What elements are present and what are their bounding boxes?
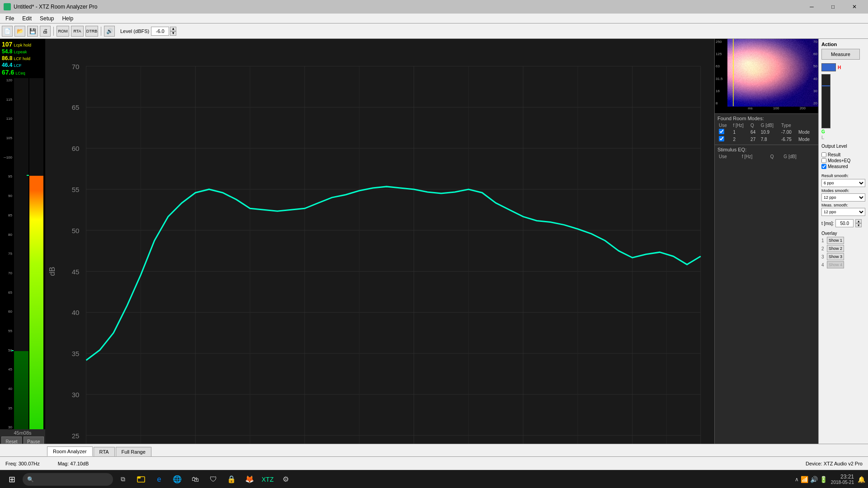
tab-room-analyzer[interactable]: Room Analyzer: [47, 446, 93, 456]
task-view-button[interactable]: ⧉: [115, 471, 131, 488]
level-input[interactable]: -6.0: [151, 27, 169, 36]
window-title: Untitled* - XTZ Room Analyzer Pro: [14, 4, 97, 10]
modes-title: Found Room Modes:: [717, 116, 816, 121]
vu-scale-75: 75: [2, 252, 12, 256]
vu-scale-45: 45: [2, 367, 12, 371]
time-display: 45m08s: [1, 430, 44, 436]
gain-slider-marker: [822, 85, 830, 86]
level-down-button[interactable]: ▼: [170, 31, 176, 36]
mode-2-use[interactable]: [717, 136, 731, 143]
spec-y-8: 8: [716, 101, 726, 105]
l-indicator: L: [821, 135, 865, 140]
new-button[interactable]: 📄: [2, 26, 13, 37]
overlay-show-1-button[interactable]: Show 1: [827, 237, 844, 244]
result-label: Result: [828, 152, 840, 157]
mode-1-g: -7.00: [780, 128, 797, 136]
svg-text:30: 30: [72, 391, 80, 399]
spec-r-20: 20: [807, 101, 817, 105]
overlay-show-2-button[interactable]: Show 2: [827, 245, 844, 252]
result-checkbox[interactable]: [821, 152, 826, 157]
open-button[interactable]: 📂: [14, 26, 25, 37]
task-explorer-icon[interactable]: [133, 471, 149, 488]
start-button[interactable]: ⊞: [3, 472, 21, 487]
volume-icon[interactable]: 🔊: [810, 476, 818, 483]
output-level-label: Output Level: [821, 144, 865, 149]
save-button[interactable]: 💾: [27, 26, 38, 37]
tms-label: t [ms]:: [821, 221, 834, 226]
overlay-show-3-button[interactable]: Show 3: [827, 253, 844, 260]
spec-marker: [733, 39, 734, 106]
overlay-show-4-button[interactable]: Show 4: [827, 261, 844, 268]
vu-scale-55: 55: [2, 329, 12, 333]
task-kaspersky-icon[interactable]: 🛡: [205, 471, 222, 488]
tab-full-range[interactable]: Full Range: [116, 447, 151, 456]
spec-r-50: 50: [807, 64, 817, 68]
tab-rta[interactable]: RTA: [94, 447, 115, 456]
spectrogram: 250 125 63 31.5 16 8 ms 100 200: [715, 39, 818, 113]
lcf-value: 46.4: [2, 62, 12, 68]
clock[interactable]: 23:21 2018-05-21: [831, 474, 854, 485]
close-button[interactable]: ✕: [844, 0, 864, 14]
task-ie-icon[interactable]: 🌐: [169, 471, 185, 488]
maximize-button[interactable]: □: [823, 0, 843, 14]
modes-smooth-select[interactable]: 12 ppo 6 ppo: [821, 193, 865, 202]
spec-y-axis: 250 125 63 31.5 16 8: [715, 39, 727, 106]
overlay-row-3: 3 Show 3: [821, 253, 865, 260]
tab-bar: Room Analyzer RTA Full Range: [0, 444, 868, 456]
task-xtz-icon[interactable]: XTZ: [259, 471, 276, 488]
modes-eq-checkbox[interactable]: [821, 158, 826, 163]
rh-indicator: H: [838, 65, 841, 70]
battery-icon[interactable]: 🔋: [820, 476, 827, 483]
measured-checkbox[interactable]: [821, 164, 826, 169]
task-store-icon[interactable]: 🛍: [187, 471, 203, 488]
title-bar: Untitled* - XTZ Room Analyzer Pro ─ □ ✕: [0, 0, 868, 14]
lcpk-hold-label: Lcpk hold: [14, 43, 31, 47]
task-extra-icon[interactable]: ⚙: [278, 471, 294, 488]
measure-button[interactable]: Measure: [821, 49, 860, 60]
task-edge-icon[interactable]: e: [151, 471, 167, 488]
mode-1-checkbox[interactable]: [719, 129, 724, 134]
network-icon[interactable]: 📶: [801, 476, 808, 483]
tms-row: t [ms]: 50.0 ▲ ▼: [821, 219, 865, 227]
vu-scale-90: 90: [2, 194, 12, 198]
smoothing-panel: Result smooth: 6 ppo 12 ppo Modes smooth…: [821, 174, 865, 217]
level-up-button[interactable]: ▲: [170, 27, 176, 31]
mode-2-checkbox[interactable]: [719, 136, 724, 141]
tms-input[interactable]: 50.0: [835, 219, 854, 227]
vu-scale: 120 115 110 105 ─100 95 90 85 80 75 70 6…: [2, 78, 13, 468]
menu-edit[interactable]: Edit: [19, 14, 35, 23]
task-antivirus-icon[interactable]: 🔒: [223, 471, 240, 488]
tms-up-button[interactable]: ▲: [855, 219, 862, 223]
result-smooth-select[interactable]: 6 ppo 12 ppo: [821, 179, 865, 187]
tms-down-button[interactable]: ▼: [855, 223, 862, 227]
menu-file[interactable]: File: [2, 14, 18, 23]
notification-icon[interactable]: 🔔: [858, 476, 865, 483]
rta-button[interactable]: RTA: [71, 26, 84, 37]
chevron-up-icon[interactable]: ∧: [795, 476, 799, 483]
mode-1-type: Mode: [797, 128, 816, 136]
stimulus-eq-title: Stimulus EQ:: [717, 147, 816, 152]
print-button[interactable]: 🖨: [40, 26, 51, 37]
meas-smooth-label: Meas. smooth:: [821, 203, 865, 207]
gain-slider-track: [821, 74, 830, 128]
task-firefox-icon[interactable]: 🦊: [241, 471, 258, 488]
dtrb-button[interactable]: DTRB: [85, 26, 98, 37]
minimize-button[interactable]: ─: [802, 0, 822, 14]
overlay-row-1: 1 Show 1: [821, 237, 865, 244]
vu-indicator-2: [27, 175, 29, 176]
spec-x-axis: ms 100 200: [727, 106, 806, 113]
meas-smooth-select[interactable]: 12 ppo 6 ppo: [821, 208, 865, 216]
modes-table: Use f [Hz] Q G [dB] Type 1 64: [717, 122, 816, 143]
menu-setup[interactable]: Setup: [36, 14, 57, 23]
lcf-hold-value: 86.8: [2, 55, 12, 61]
rom-button[interactable]: ROM: [57, 26, 69, 37]
menu-help[interactable]: Help: [58, 14, 77, 23]
lcf-label: LCF: [14, 63, 21, 68]
mode-1-use[interactable]: [717, 128, 731, 136]
mode-2-g: -6.75: [780, 136, 797, 143]
speaker-icon[interactable]: 🔊: [104, 26, 115, 37]
chart-area[interactable]: 70 65 60 55 50 45 40 35 30 25 20 dB 16 3…: [45, 39, 714, 477]
level-label: Level (dBFS): [120, 28, 149, 34]
mode-2-type: Mode: [797, 136, 816, 143]
task-search-bar[interactable]: 🔍: [23, 473, 113, 486]
